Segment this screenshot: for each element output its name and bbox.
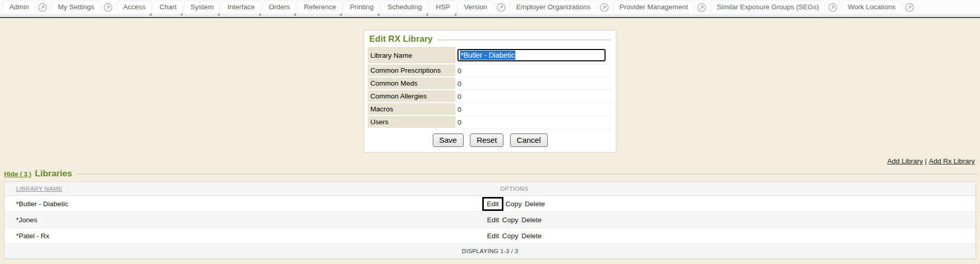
copy-link[interactable]: Copy	[505, 200, 522, 208]
form-row-common-prescriptions: Common Prescriptions 0	[368, 64, 612, 77]
tab-interface[interactable]: Interface	[221, 1, 261, 14]
field-value: 0	[455, 116, 612, 129]
field-label: Common Prescriptions	[368, 64, 455, 77]
libraries-table: LIBRARY NAME OPTIONS *Butler - Diabetic …	[4, 182, 976, 259]
form-row-users: Users 0	[368, 116, 612, 129]
form-row-common-meds: Common Meds 0	[368, 77, 612, 90]
table-row: *Jones EditCopyDelete	[5, 212, 975, 228]
tab-admin[interactable]: Admin	[3, 1, 35, 14]
field-value: 0	[455, 103, 612, 116]
tab-orders[interactable]: Orders	[263, 1, 296, 14]
menu-corner-icon	[293, 13, 296, 15]
libraries-title: Libraries	[35, 169, 72, 179]
tab-version[interactable]: Version	[458, 1, 494, 14]
open-in-new-icon[interactable]	[497, 3, 505, 12]
edit-link[interactable]: Edit	[487, 216, 499, 224]
tab-printing[interactable]: Printing	[344, 1, 380, 14]
tab-similar-exposure-groups[interactable]: Similar Exposure Groups (SEGs)	[711, 1, 825, 14]
table-header-row: LIBRARY NAME OPTIONS	[5, 182, 975, 196]
tab-my-settings[interactable]: My Settings	[52, 1, 101, 14]
menu-corner-icon	[217, 13, 220, 15]
menu-corner-icon	[180, 13, 183, 15]
delete-link[interactable]: Delete	[521, 216, 542, 224]
open-in-new-icon[interactable]	[905, 3, 914, 12]
form-row-macros: Macros 0	[368, 103, 612, 116]
field-value: 0	[455, 64, 612, 77]
menu-corner-icon	[258, 13, 261, 15]
menu-corner-icon	[339, 13, 342, 15]
save-button[interactable]: Save	[433, 134, 464, 147]
library-name-cell: *Patel - Rx	[5, 232, 451, 240]
open-in-new-icon[interactable]	[104, 3, 112, 12]
libraries-header: Hide ( 3 ) Libraries	[0, 168, 980, 180]
tab-system[interactable]: System	[184, 1, 220, 14]
selected-input-text: *Butler - Diabetic	[460, 51, 515, 60]
tab-provider-management[interactable]: Provider Management	[613, 1, 694, 14]
menu-corner-icon	[426, 13, 428, 15]
copy-link[interactable]: Copy	[502, 232, 518, 240]
focus-ring: Edit	[482, 197, 503, 211]
open-in-new-icon[interactable]	[600, 3, 609, 12]
page-content: Edit RX Library Library Name *Butler - D…	[0, 18, 980, 264]
tab-work-locations[interactable]: Work Locations	[842, 1, 902, 14]
link-separator: |	[925, 157, 927, 165]
table-footer: DISPLAYING 1-3 / 3	[5, 244, 975, 258]
open-in-new-icon[interactable]	[697, 3, 706, 12]
form-title: Edit RX Library	[369, 34, 433, 44]
open-in-new-icon[interactable]	[828, 3, 837, 12]
tab-scheduling[interactable]: Scheduling	[381, 1, 428, 14]
tab-hsp[interactable]: HSP	[430, 1, 456, 14]
library-name-input[interactable]: *Butler - Diabetic	[458, 49, 606, 61]
title-rule	[437, 40, 611, 40]
menu-corner-icon	[454, 13, 456, 15]
field-value: 0	[455, 90, 612, 103]
tab-access[interactable]: Access	[117, 1, 152, 14]
add-rx-library-link[interactable]: Add Rx Library	[929, 157, 975, 165]
sort-library-name[interactable]: LIBRARY NAME	[16, 186, 62, 192]
field-label: Library Name	[368, 47, 455, 64]
field-label: Common Meds	[368, 77, 455, 90]
tab-reference[interactable]: Reference	[298, 1, 342, 14]
form-buttons: Save Reset Cancel	[368, 129, 612, 152]
hide-toggle-link[interactable]: Hide ( 3 )	[4, 171, 31, 178]
form-row-common-allergies: Common Allergies 0	[368, 90, 612, 103]
delete-link[interactable]: Delete	[525, 200, 545, 208]
menu-corner-icon	[377, 13, 380, 15]
delete-link[interactable]: Delete	[521, 232, 542, 240]
libraries-title-rule	[77, 174, 977, 174]
cancel-button[interactable]: Cancel	[510, 134, 548, 147]
open-in-new-icon[interactable]	[38, 3, 47, 12]
top-nav: Admin My Settings Access Chart System In…	[0, 0, 980, 14]
field-label: Macros	[368, 103, 455, 116]
field-label: Users	[368, 116, 455, 129]
tab-employer-organizations[interactable]: Employer Organizations	[510, 1, 597, 14]
form-row-library-name: Library Name *Butler - Diabetic	[368, 47, 612, 64]
tab-chart[interactable]: Chart	[153, 1, 183, 14]
table-row: *Butler - Diabetic EditCopyDelete	[5, 196, 975, 212]
library-name-cell: *Jones	[5, 216, 451, 224]
table-row: *Patel - Rx EditCopyDelete	[5, 228, 975, 244]
copy-link[interactable]: Copy	[502, 216, 518, 224]
add-library-link[interactable]: Add Library	[887, 157, 923, 165]
options-column-header: OPTIONS	[451, 186, 578, 192]
add-links: Add Library|Add Rx Library	[0, 153, 980, 168]
field-label: Common Allergies	[368, 90, 455, 103]
field-value: 0	[455, 77, 612, 90]
library-name-cell: *Butler - Diabetic	[5, 200, 451, 208]
edit-link[interactable]: Edit	[487, 200, 499, 208]
reset-button[interactable]: Reset	[470, 134, 503, 147]
edit-link[interactable]: Edit	[487, 232, 499, 240]
edit-rx-library-form: Edit RX Library Library Name *Butler - D…	[364, 30, 616, 153]
menu-corner-icon	[149, 13, 152, 15]
